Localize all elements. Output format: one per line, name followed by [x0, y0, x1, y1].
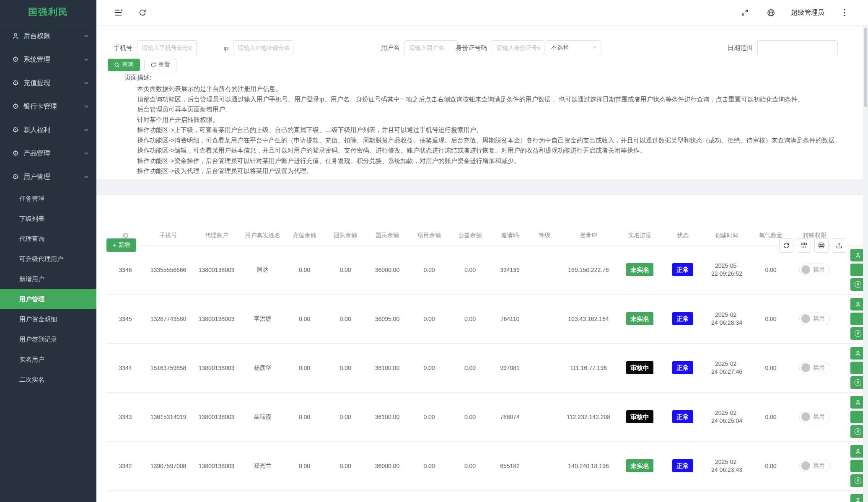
- cell-phone: 13355556666: [144, 245, 192, 294]
- ip-label: ip: [209, 44, 228, 52]
- cell-invite: 788074: [490, 392, 530, 441]
- user-icon: [855, 301, 861, 308]
- sidebar-item-2[interactable]: ⚙充值提现: [0, 71, 96, 95]
- sidebar-item-label: 产品管理: [23, 149, 84, 158]
- cell-status: 正常: [662, 392, 704, 441]
- topbar: 超级管理员: [96, 0, 868, 25]
- status-badge: 正常: [672, 410, 693, 423]
- phone-input[interactable]: [137, 40, 197, 55]
- cell-level: [530, 392, 559, 441]
- transfer-toggle[interactable]: 禁用: [799, 411, 830, 423]
- reset-button[interactable]: 重置: [144, 59, 176, 71]
- search-buttons: 查询 重置: [108, 59, 176, 71]
- yen-icon: ¥: [855, 281, 861, 288]
- query-button[interactable]: 查询: [108, 59, 140, 71]
- table-section: + 新增 ID手机号代理账户用户真实姓名充值余额团队余额国民余额项目余额公益余额…: [96, 226, 868, 502]
- description-line: 顶部查询功能区，后台管理员可以通过输入用户手机号、用户登录ip、用户名、身份证号…: [137, 94, 841, 105]
- sidebar-subitem-9[interactable]: 二次实名: [0, 370, 96, 390]
- cell-project: [408, 490, 450, 502]
- cell-agent: [192, 490, 241, 502]
- sidebar-subitem-6[interactable]: 用户资金明细: [0, 309, 96, 329]
- cell-created: 2025-02-24 06:28:34: [704, 294, 750, 343]
- sidebar-item-label: 用户管理: [23, 173, 84, 181]
- transfer-toggle[interactable]: 禁用: [799, 313, 830, 325]
- column-settings-button[interactable]: [797, 238, 811, 253]
- idcard-input[interactable]: [492, 40, 544, 55]
- sidebar-subitem-4[interactable]: 新增用户: [0, 269, 96, 289]
- transfer-toggle[interactable]: 禁用: [799, 264, 830, 276]
- cell-realname: 未实名: [618, 441, 662, 490]
- sidebar-subitem-7[interactable]: 用户签到记录: [0, 329, 96, 349]
- status-select[interactable]: 不选择: [546, 40, 601, 55]
- realname-badge: 未实名: [626, 312, 653, 325]
- sidebar-subitem-2[interactable]: 代理查询: [0, 229, 96, 249]
- cell-transfer: [792, 490, 838, 502]
- globe-icon[interactable]: [765, 7, 777, 18]
- cell-status: 正常: [662, 245, 704, 294]
- sidebar-subitem-1[interactable]: 下级列表: [0, 209, 96, 229]
- sidebar-item-label: 后台权限: [23, 32, 84, 41]
- phone-label: 手机号: [106, 44, 132, 52]
- sidebar-subitem-3[interactable]: 可升级代理用户: [0, 249, 96, 269]
- page-description-title: 页面描述:: [124, 74, 151, 82]
- cell-oxygen: 0.00: [750, 392, 792, 441]
- sidebar-subitem-5[interactable]: 用户管理: [0, 289, 96, 309]
- add-user-button[interactable]: + 新增: [106, 238, 136, 252]
- chevron-down-icon: [84, 57, 89, 62]
- column-header: 团队余额: [324, 226, 366, 245]
- export-button[interactable]: [832, 238, 846, 253]
- cell-public: 0.00: [450, 343, 490, 392]
- toggle-knob: [801, 363, 810, 372]
- cell-name: 阿达: [241, 245, 285, 294]
- refresh-icon[interactable]: [137, 7, 148, 18]
- sidebar-subitem-0[interactable]: 任务管理: [0, 189, 96, 209]
- created-line: 24 06:23:43: [704, 466, 750, 474]
- transfer-toggle[interactable]: 禁用: [799, 460, 830, 472]
- realname-badge: 审核中: [626, 410, 653, 423]
- search-section: 手机号 ip 用户名 身份证号码 不选择: [96, 25, 868, 179]
- topbar-right-group: 超级管理员: [739, 7, 850, 18]
- menu-fold-icon[interactable]: [112, 7, 124, 18]
- cell-public: 0.00: [450, 245, 490, 294]
- cell-project: 0.00: [408, 441, 450, 490]
- date-range-input[interactable]: [757, 40, 838, 55]
- cell-agent: 13800138003: [192, 343, 241, 392]
- cell-realname: 审核中: [618, 343, 662, 392]
- cell-login_ip: 103.43.162.164: [559, 294, 618, 343]
- sidebar-item-6[interactable]: ⚙用户管理: [0, 165, 96, 189]
- cell-id: [106, 490, 144, 502]
- sidebar-item-3[interactable]: ⚙银行卡管理: [0, 95, 96, 118]
- section-divider: [96, 179, 868, 195]
- sidebar-item-0[interactable]: 后台权限: [0, 24, 96, 48]
- toggle-label: 禁用: [813, 462, 825, 470]
- table-refresh-button[interactable]: [779, 238, 793, 253]
- created-line: 2025-02-: [704, 311, 750, 319]
- sidebar-item-1[interactable]: ⚙系统管理: [0, 48, 96, 71]
- sidebar-item-label: 充值提现: [23, 79, 84, 88]
- add-user-button-label: 新增: [118, 241, 130, 249]
- sidebar-item-4[interactable]: ⚙新人福利: [0, 118, 96, 142]
- description-line: 针对某个用户开启转账权限。: [137, 115, 841, 125]
- scrollbar-thumb[interactable]: [864, 28, 867, 107]
- created-line: 24 06:28:34: [704, 319, 750, 327]
- status-badge: 正常: [672, 312, 693, 325]
- reset-button-label: 重置: [158, 61, 170, 69]
- date-range-group: 日期范围: [695, 40, 838, 55]
- vertical-scrollbar[interactable]: [863, 25, 868, 502]
- column-header: 手机号: [144, 226, 192, 245]
- chevron-down-icon: [84, 80, 89, 85]
- transfer-toggle[interactable]: 禁用: [799, 362, 830, 374]
- phone-field-group: 手机号: [106, 40, 197, 55]
- ip-input[interactable]: [233, 40, 293, 55]
- cell-name: [241, 490, 285, 502]
- sidebar-subitem-8[interactable]: 实名用户: [0, 349, 96, 370]
- toggle-knob: [801, 461, 810, 470]
- sidebar-item-5[interactable]: ⚙产品管理: [0, 142, 96, 165]
- current-user-label[interactable]: 超级管理员: [791, 8, 824, 17]
- fullscreen-icon[interactable]: [739, 7, 751, 18]
- kebab-menu-icon[interactable]: [839, 7, 850, 18]
- print-button[interactable]: [814, 238, 829, 253]
- cell-login_ip: 112.232.142.208: [559, 392, 618, 441]
- cell-name: 李洪捷: [241, 294, 285, 343]
- sidebar: 国强利民 后台权限⚙系统管理⚙充值提现⚙银行卡管理⚙新人福利⚙产品管理⚙用户管理…: [0, 0, 96, 502]
